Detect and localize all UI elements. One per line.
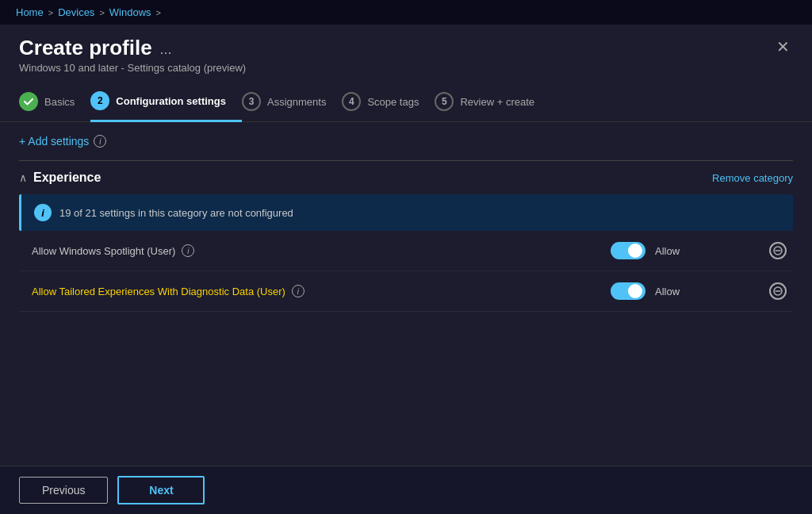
step-scope-tags[interactable]: 4 Scope tags [342, 82, 435, 121]
info-banner-text: 19 of 21 settings in this category are n… [59, 207, 293, 219]
wizard-steps: Basics 2 Configuration settings 3 Assign… [0, 82, 812, 122]
spotlight-info-icon: i [182, 244, 194, 257]
previous-button[interactable]: Previous [19, 477, 108, 504]
section-divider [19, 160, 793, 161]
spotlight-toggle[interactable] [611, 242, 645, 259]
header: Create profile ... Windows 10 and later … [0, 25, 812, 82]
spotlight-remove-icon[interactable] [769, 242, 787, 259]
breadcrumb-home[interactable]: Home [16, 6, 44, 18]
breadcrumb-sep-1: > [48, 8, 53, 17]
top-bar: Home > Devices > Windows > [0, 0, 812, 25]
breadcrumb-sep-3: > [156, 8, 161, 17]
step-label-basics: Basics [44, 96, 75, 108]
main-content: + Add settings i ∧ Experience Remove cat… [0, 122, 812, 466]
tailored-remove-icon[interactable] [769, 282, 787, 300]
category-header: ∧ Experience Remove category [19, 171, 793, 185]
step-assignments[interactable]: 3 Assignments [242, 82, 342, 121]
breadcrumb-windows[interactable]: Windows [109, 6, 151, 18]
setting-label-spotlight: Allow Windows Spotlight (User) [32, 245, 175, 257]
add-settings-link[interactable]: + Add settings i [19, 135, 793, 148]
footer: Previous Next [0, 466, 812, 514]
add-settings-text[interactable]: + Add settings [19, 135, 89, 148]
table-row: Allow Tailored Experiences With Diagnost… [19, 271, 793, 312]
header-left: Create profile ... Windows 10 and later … [19, 36, 246, 74]
page-title: Create profile [19, 36, 152, 60]
add-settings-info-icon: i [94, 135, 106, 148]
setting-label-col-spotlight: Allow Windows Spotlight (User) i [32, 244, 611, 257]
header-title-row: Create profile ... [19, 36, 246, 60]
info-banner: i 19 of 21 settings in this category are… [19, 194, 793, 231]
remove-category-button[interactable]: Remove category [712, 172, 793, 184]
tailored-toggle[interactable] [611, 282, 645, 300]
step-label-scope-tags: Scope tags [367, 96, 419, 108]
info-banner-icon: i [34, 204, 52, 221]
breadcrumb-devices[interactable]: Devices [58, 6, 94, 18]
breadcrumb: Home > Devices > Windows > [16, 6, 161, 18]
tailored-value-label: Allow [655, 286, 687, 297]
step-basics[interactable]: Basics [19, 82, 90, 121]
step-configuration[interactable]: 2 Configuration settings [90, 82, 242, 122]
setting-control-tailored: Allow [611, 282, 769, 300]
spotlight-value-label: Allow [655, 245, 687, 257]
step-circle-scope-tags: 4 [342, 92, 361, 111]
table-row: Allow Windows Spotlight (User) i Allow [19, 231, 793, 271]
step-circle-review-create: 5 [435, 92, 454, 111]
step-label-assignments: Assignments [267, 96, 326, 108]
page-subtitle: Windows 10 and later - Settings catalog … [19, 62, 246, 74]
next-button[interactable]: Next [117, 476, 205, 504]
step-circle-configuration: 2 [90, 91, 109, 110]
setting-control-spotlight: Allow [611, 242, 769, 259]
settings-list: Allow Windows Spotlight (User) i Allow [19, 231, 793, 312]
more-options-button[interactable]: ... [160, 41, 172, 58]
step-review-create[interactable]: 5 Review + create [435, 82, 550, 121]
category-title: Experience [33, 171, 101, 185]
step-circle-basics [19, 92, 38, 111]
setting-label-tailored: Allow Tailored Experiences With Diagnost… [32, 286, 285, 297]
collapse-icon[interactable]: ∧ [19, 171, 27, 184]
tailored-info-icon: i [292, 285, 304, 297]
step-label-review-create: Review + create [460, 96, 534, 108]
step-label-configuration: Configuration settings [116, 95, 226, 107]
category-title-row: ∧ Experience [19, 171, 101, 185]
setting-label-col-tailored: Allow Tailored Experiences With Diagnost… [32, 285, 611, 297]
step-circle-assignments: 3 [242, 92, 261, 111]
breadcrumb-sep-2: > [99, 8, 104, 17]
close-button[interactable]: ✕ [773, 36, 793, 58]
